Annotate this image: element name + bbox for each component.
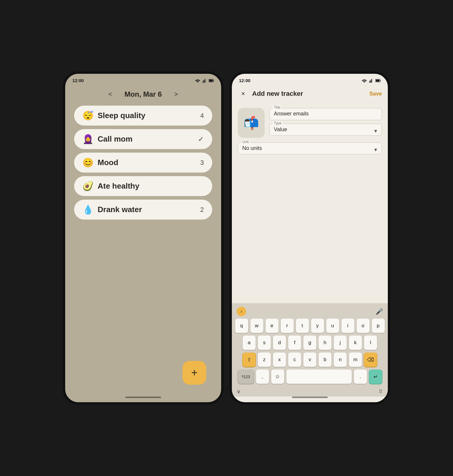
key-k[interactable]: k — [349, 336, 362, 350]
key-c[interactable]: c — [288, 353, 301, 367]
key-w[interactable]: w — [250, 319, 263, 333]
keyboard-expand-button[interactable]: › — [237, 307, 246, 316]
type-field-label: Type — [273, 121, 283, 125]
comma-key[interactable]: , — [256, 369, 269, 384]
key-l[interactable]: l — [364, 336, 377, 350]
callmom-emoji: 🧕 — [82, 135, 93, 144]
title-field-label: Title — [273, 105, 282, 109]
emoji-picker-button[interactable]: 📬 — [238, 108, 265, 138]
callmom-label: Call mom — [98, 134, 132, 144]
sleep-value: 4 — [200, 112, 204, 120]
key-q[interactable]: q — [235, 319, 248, 333]
key-d[interactable]: d — [273, 336, 286, 350]
right-main-content: × Add new tracker Save 📬 Title Type Valu… — [232, 85, 388, 397]
key-f[interactable]: f — [288, 336, 301, 350]
keyboard-row-1: q w e r t y u i o p — [234, 319, 386, 333]
wifi-icon — [195, 79, 200, 83]
key-h[interactable]: h — [318, 336, 332, 350]
tracker-list: 😴 Sleep quality 4 🧕 Call mom ✓ 😊 Mood 3 — [71, 106, 215, 220]
num-key[interactable]: ?123 — [238, 369, 254, 384]
svg-rect-1 — [204, 80, 204, 82]
period-key[interactable]: . — [354, 369, 367, 384]
form-section: 📬 Title Type Value Boolean Note ▼ — [232, 103, 388, 143]
key-v[interactable]: v — [303, 353, 316, 367]
title-field-group: Title — [269, 108, 382, 120]
right-battery-icon — [375, 79, 381, 83]
keyboard-collapse-button[interactable]: ∨ — [237, 388, 240, 395]
svg-rect-11 — [376, 79, 379, 82]
emoji-key[interactable]: ☺ — [271, 369, 284, 384]
svg-rect-6 — [369, 81, 370, 82]
right-status-icons — [362, 79, 381, 83]
drankwater-emoji: 💧 — [82, 205, 93, 214]
key-y[interactable]: y — [311, 319, 324, 333]
right-time: 12:00 — [239, 78, 250, 83]
key-i[interactable]: i — [341, 319, 354, 333]
chevron-icon: › — [240, 309, 242, 314]
key-g[interactable]: g — [303, 336, 316, 350]
unit-field-label: Unit — [241, 140, 250, 144]
mood-label: Mood — [98, 158, 118, 167]
signal-icon — [202, 79, 207, 83]
unit-select[interactable]: No units Count Minutes Hours kg lbs — [242, 145, 377, 151]
tracker-item-mood[interactable]: 😊 Mood 3 — [74, 153, 212, 173]
keyboard-row-4: ?123 , ☺ . ↵ — [234, 369, 386, 384]
key-u[interactable]: u — [326, 319, 339, 333]
key-n[interactable]: n — [334, 353, 347, 367]
mood-value: 3 — [200, 159, 204, 167]
key-m[interactable]: m — [349, 353, 362, 367]
atehealthy-emoji: 🥑 — [82, 182, 93, 191]
key-b[interactable]: b — [318, 353, 332, 367]
right-home-indicator — [292, 397, 328, 398]
date-navigation: < Mon, Mar 6 > — [65, 85, 221, 106]
sleep-label: Sleep quality — [98, 111, 145, 120]
tracker-item-sleep[interactable]: 😴 Sleep quality 4 — [74, 106, 212, 126]
key-r[interactable]: r — [281, 319, 294, 333]
prev-date-button[interactable]: < — [105, 89, 115, 100]
mood-emoji: 😊 — [82, 158, 93, 167]
right-phone: 12:00 × Add new tracker Save 📬 Title Typ — [229, 71, 390, 405]
key-j[interactable]: j — [334, 336, 347, 350]
left-main-content: 😴 Sleep quality 4 🧕 Call mom ✓ 😊 Mood 3 — [65, 106, 221, 397]
tracker-item-atehealthy[interactable]: 🥑 Ate healthy — [74, 176, 212, 196]
title-input[interactable] — [274, 111, 377, 117]
next-date-button[interactable]: > — [171, 89, 182, 100]
type-select[interactable]: Value Boolean Note — [274, 126, 377, 132]
space-key[interactable] — [286, 369, 352, 384]
sleep-emoji: 😴 — [82, 111, 93, 120]
keyboard-dots: ⠿ — [379, 389, 383, 394]
svg-rect-10 — [380, 80, 381, 81]
selected-emoji: 📬 — [243, 116, 259, 130]
key-x[interactable]: x — [273, 353, 286, 367]
keyboard-row-2: a s d f g h j k l — [234, 336, 386, 350]
key-t[interactable]: t — [296, 319, 309, 333]
keyboard-mic-button[interactable]: 🎤 — [376, 308, 383, 315]
tracker-item-drankwater[interactable]: 💧 Drank water 2 — [74, 200, 212, 220]
form-fields: Title Type Value Boolean Note ▼ — [269, 108, 382, 136]
top-bar: × Add new tracker Save — [232, 85, 388, 103]
page-title: Add new tracker — [252, 90, 366, 98]
tracker-item-callmom[interactable]: 🧕 Call mom ✓ — [74, 129, 212, 149]
key-a[interactable]: a — [243, 336, 256, 350]
form-spacer — [232, 159, 388, 303]
close-button[interactable]: × — [238, 88, 249, 99]
current-date: Mon, Mar 6 — [124, 90, 162, 98]
left-time: 12:00 — [72, 78, 84, 83]
left-home-indicator — [125, 397, 161, 398]
enter-key[interactable]: ↵ — [369, 369, 382, 384]
key-o[interactable]: o — [357, 319, 370, 333]
key-z[interactable]: z — [258, 353, 271, 367]
delete-key[interactable]: ⌫ — [364, 353, 377, 367]
save-button[interactable]: Save — [369, 91, 382, 97]
keyboard-nav-bar: ∨ ⠿ — [234, 386, 386, 395]
unit-field-group: Unit No units Count Minutes Hours kg lbs… — [238, 143, 382, 154]
drankwater-label: Drank water — [98, 205, 142, 214]
key-s[interactable]: s — [258, 336, 271, 350]
add-tracker-fab[interactable]: + — [182, 361, 206, 385]
svg-rect-2 — [205, 79, 205, 82]
unit-section: Unit No units Count Minutes Hours kg lbs… — [232, 143, 388, 159]
key-p[interactable]: p — [372, 319, 385, 333]
shift-key[interactable]: ⇧ — [243, 353, 256, 367]
battery-icon — [209, 79, 214, 83]
key-e[interactable]: e — [265, 319, 279, 333]
